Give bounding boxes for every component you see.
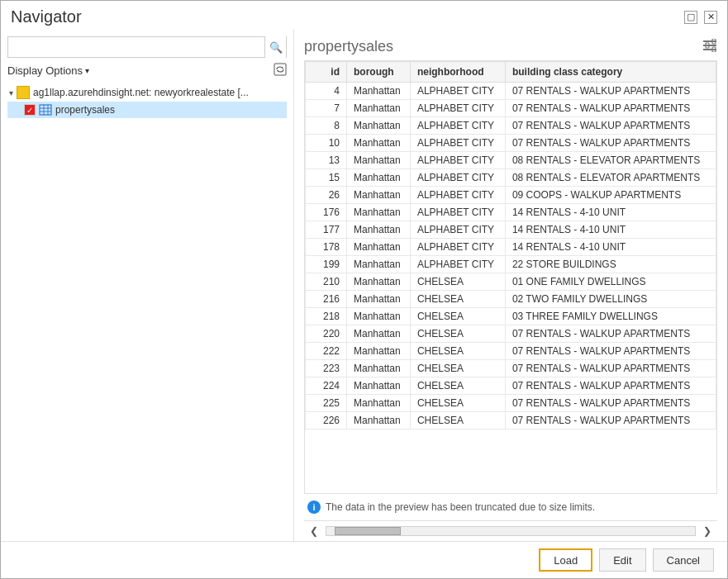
cell-building-class: 07 RENTALS - WALKUP APARTMENTS bbox=[505, 395, 716, 412]
search-button[interactable]: 🔍 bbox=[264, 36, 286, 58]
cell-neighborhood: ALPHABET CITY bbox=[410, 169, 505, 187]
close-button[interactable]: ✕ bbox=[704, 11, 717, 24]
table-label: propertysales bbox=[55, 104, 115, 116]
cell-id: 210 bbox=[306, 273, 347, 291]
cell-neighborhood: CHELSEA bbox=[410, 308, 505, 325]
refresh-button[interactable] bbox=[274, 63, 287, 78]
cell-borough: Manhattan bbox=[347, 100, 411, 117]
info-icon: i bbox=[307, 501, 321, 514]
table-row: 176 Manhattan ALPHABET CITY 14 RENTALS -… bbox=[306, 204, 716, 221]
close-icon: ✕ bbox=[707, 12, 715, 22]
cell-building-class: 09 COOPS - WALKUP APARTMENTS bbox=[505, 187, 716, 204]
cell-id: 8 bbox=[306, 117, 347, 135]
server-tree-item[interactable]: ▾ ag1llap.azurehdinsight.net: newyorkrea… bbox=[7, 83, 287, 102]
cell-borough: Manhattan bbox=[347, 152, 411, 169]
cell-neighborhood: ALPHABET CITY bbox=[410, 221, 505, 239]
cell-id: 177 bbox=[306, 221, 347, 239]
table-row: 8 Manhattan ALPHABET CITY 07 RENTALS - W… bbox=[306, 117, 716, 135]
table-row: 225 Manhattan CHELSEA 07 RENTALS - WALKU… bbox=[306, 395, 716, 412]
minimize-button[interactable]: ▢ bbox=[684, 11, 697, 24]
cell-building-class: 07 RENTALS - WALKUP APARTMENTS bbox=[505, 117, 716, 135]
cell-neighborhood: CHELSEA bbox=[410, 377, 505, 395]
checkbox-icon[interactable]: ✓ bbox=[24, 104, 36, 116]
title-controls: ▢ ✕ bbox=[684, 11, 717, 24]
search-input[interactable] bbox=[8, 37, 264, 57]
table-row: 223 Manhattan CHELSEA 07 RENTALS - WALKU… bbox=[306, 360, 716, 377]
cell-id: 15 bbox=[306, 169, 347, 187]
cell-borough: Manhattan bbox=[347, 273, 411, 291]
navigator-window: Navigator ▢ ✕ 🔍 Display Options bbox=[0, 0, 728, 579]
search-box: 🔍 bbox=[7, 36, 287, 58]
cell-borough: Manhattan bbox=[347, 169, 411, 187]
data-table: id borough neighborhood building class c… bbox=[305, 61, 716, 430]
cell-building-class: 14 RENTALS - 4-10 UNIT bbox=[505, 204, 716, 221]
cell-borough: Manhattan bbox=[347, 187, 411, 204]
cell-id: 13 bbox=[306, 152, 347, 169]
col-header-borough: borough bbox=[347, 62, 411, 83]
table-row: 226 Manhattan CHELSEA 07 RENTALS - WALKU… bbox=[306, 412, 716, 430]
table-row: 220 Manhattan CHELSEA 07 RENTALS - WALKU… bbox=[306, 325, 716, 343]
table-row: 178 Manhattan ALPHABET CITY 14 RENTALS -… bbox=[306, 239, 716, 256]
table-row: 222 Manhattan CHELSEA 07 RENTALS - WALKU… bbox=[306, 343, 716, 360]
col-header-id: id bbox=[306, 62, 347, 83]
table-tree-item[interactable]: ✓ propertysales bbox=[7, 102, 287, 118]
cell-borough: Manhattan bbox=[347, 221, 411, 239]
window-title: Navigator bbox=[11, 7, 82, 26]
cell-borough: Manhattan bbox=[347, 239, 411, 256]
cell-borough: Manhattan bbox=[347, 343, 411, 360]
cell-id: 218 bbox=[306, 308, 347, 325]
cell-building-class: 02 TWO FAMILY DWELLINGS bbox=[505, 291, 716, 308]
cell-neighborhood: CHELSEA bbox=[410, 360, 505, 377]
scrollbar-track[interactable] bbox=[326, 526, 696, 536]
display-options-button[interactable]: Display Options ▾ bbox=[7, 64, 89, 77]
table-row: 224 Manhattan CHELSEA 07 RENTALS - WALKU… bbox=[306, 377, 716, 395]
scroll-left-button[interactable]: ❮ bbox=[306, 524, 322, 538]
table-row: 13 Manhattan ALPHABET CITY 08 RENTALS - … bbox=[306, 152, 716, 169]
cell-id: 26 bbox=[306, 187, 347, 204]
cell-id: 216 bbox=[306, 291, 347, 308]
svg-rect-0 bbox=[274, 64, 286, 75]
minimize-icon: ▢ bbox=[687, 12, 695, 22]
cell-borough: Manhattan bbox=[347, 325, 411, 343]
cell-building-class: 14 RENTALS - 4-10 UNIT bbox=[505, 221, 716, 239]
cell-neighborhood: ALPHABET CITY bbox=[410, 187, 505, 204]
cell-borough: Manhattan bbox=[347, 360, 411, 377]
cell-borough: Manhattan bbox=[347, 135, 411, 152]
cell-id: 176 bbox=[306, 204, 347, 221]
table-row: 10 Manhattan ALPHABET CITY 07 RENTALS - … bbox=[306, 135, 716, 152]
table-row: 218 Manhattan CHELSEA 03 THREE FAMILY DW… bbox=[306, 308, 716, 325]
table-header-row: id borough neighborhood building class c… bbox=[306, 62, 716, 83]
table-row: 216 Manhattan CHELSEA 02 TWO FAMILY DWEL… bbox=[306, 291, 716, 308]
cell-borough: Manhattan bbox=[347, 256, 411, 273]
truncated-message: i The data in the preview has been trunc… bbox=[304, 494, 717, 520]
cell-id: 220 bbox=[306, 325, 347, 343]
svg-rect-6 bbox=[703, 40, 716, 42]
scrollbar-thumb[interactable] bbox=[335, 527, 401, 535]
cell-building-class: 07 RENTALS - WALKUP APARTMENTS bbox=[505, 100, 716, 117]
cell-building-class: 07 RENTALS - WALKUP APARTMENTS bbox=[505, 412, 716, 430]
cell-neighborhood: ALPHABET CITY bbox=[410, 239, 505, 256]
cell-id: 199 bbox=[306, 256, 347, 273]
cell-neighborhood: CHELSEA bbox=[410, 273, 505, 291]
load-button[interactable]: Load bbox=[539, 548, 592, 572]
table-grid-icon bbox=[39, 104, 52, 116]
preview-options-icon bbox=[702, 40, 717, 55]
cell-id: 4 bbox=[306, 83, 347, 100]
cell-building-class: 07 RENTALS - WALKUP APARTMENTS bbox=[505, 135, 716, 152]
scroll-right-button[interactable]: ❯ bbox=[699, 524, 716, 538]
table-body: 4 Manhattan ALPHABET CITY 07 RENTALS - W… bbox=[306, 83, 716, 430]
edit-button[interactable]: Edit bbox=[599, 548, 645, 572]
preview-options-button[interactable] bbox=[702, 39, 717, 55]
tree-expand-icon: ▾ bbox=[9, 88, 13, 97]
cancel-button[interactable]: Cancel bbox=[653, 548, 714, 572]
cell-id: 223 bbox=[306, 360, 347, 377]
cell-borough: Manhattan bbox=[347, 204, 411, 221]
right-panel: propertysales bbox=[294, 30, 727, 541]
cell-neighborhood: CHELSEA bbox=[410, 343, 505, 360]
table-row: 7 Manhattan ALPHABET CITY 07 RENTALS - W… bbox=[306, 100, 716, 117]
cell-neighborhood: CHELSEA bbox=[410, 395, 505, 412]
cell-borough: Manhattan bbox=[347, 395, 411, 412]
cell-building-class: 14 RENTALS - 4-10 UNIT bbox=[505, 239, 716, 256]
preview-title: propertysales bbox=[304, 38, 393, 55]
cell-building-class: 01 ONE FAMILY DWELLINGS bbox=[505, 273, 716, 291]
